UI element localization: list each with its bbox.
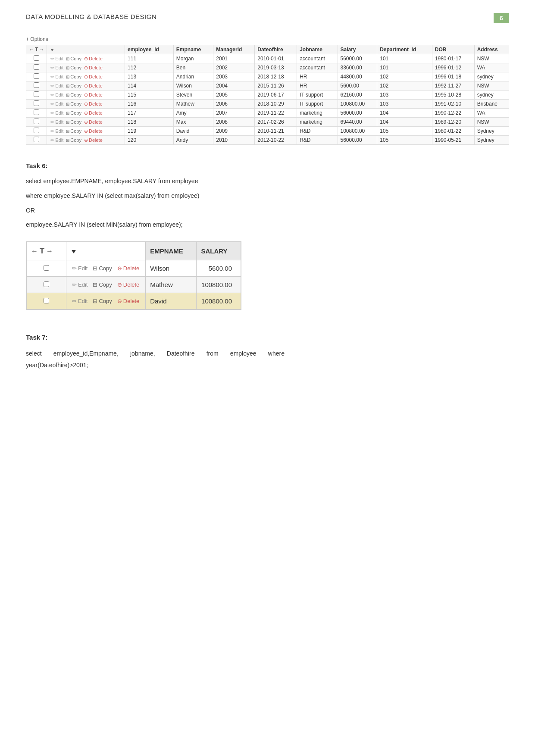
checkbox-input[interactable] — [34, 91, 39, 97]
result-edit-button[interactable]: ✏ Edit — [71, 265, 89, 272]
delete-label[interactable]: Delete — [89, 101, 103, 106]
result-edit-button[interactable]: ✏ Edit — [71, 297, 89, 305]
result-delete-label[interactable]: Delete — [123, 281, 140, 288]
delete-label[interactable]: Delete — [89, 74, 103, 79]
row-checkbox[interactable] — [26, 118, 47, 127]
row-checkbox[interactable] — [26, 136, 47, 145]
delete-label[interactable]: Delete — [89, 119, 103, 125]
delete-button[interactable]: ⊖ Delete — [83, 56, 103, 62]
result-delete-label[interactable]: Delete — [123, 265, 140, 272]
edit-button[interactable]: ✏ Edit — [50, 56, 64, 62]
row-checkbox[interactable] — [26, 100, 47, 109]
checkbox-input[interactable] — [34, 128, 39, 133]
copy-button[interactable]: ⊞ Copy — [65, 137, 82, 143]
result-row-checkbox[interactable] — [27, 260, 66, 277]
copy-label[interactable]: Copy — [70, 101, 81, 106]
copy-label[interactable]: Copy — [70, 128, 81, 134]
result-copy-label[interactable]: Copy — [99, 298, 112, 304]
result-delete-button[interactable]: ⊖ Delete — [116, 281, 141, 288]
row-checkbox[interactable] — [26, 63, 47, 72]
delete-button[interactable]: ⊖ Delete — [83, 119, 103, 125]
edit-button[interactable]: ✏ Edit — [50, 119, 64, 125]
copy-button[interactable]: ⊞ Copy — [65, 74, 82, 80]
copy-label[interactable]: Copy — [70, 56, 81, 61]
edit-label[interactable]: Edit — [55, 56, 63, 61]
edit-label[interactable]: Edit — [55, 92, 63, 97]
checkbox-input[interactable] — [34, 109, 39, 115]
delete-button[interactable]: ⊖ Delete — [83, 92, 103, 98]
copy-label[interactable]: Copy — [70, 65, 81, 70]
copy-label[interactable]: Copy — [70, 83, 81, 88]
delete-label[interactable]: Delete — [89, 137, 103, 143]
copy-label[interactable]: Copy — [70, 74, 81, 79]
edit-button[interactable]: ✏ Edit — [50, 101, 64, 107]
edit-label[interactable]: Edit — [55, 83, 63, 88]
copy-button[interactable]: ⊞ Copy — [65, 56, 82, 62]
edit-label[interactable]: Edit — [55, 110, 63, 116]
delete-button[interactable]: ⊖ Delete — [83, 137, 103, 144]
edit-button[interactable]: ✏ Edit — [50, 110, 64, 116]
result-edit-button[interactable]: ✏ Edit — [71, 281, 89, 288]
row-checkbox[interactable] — [26, 81, 47, 91]
result-edit-label[interactable]: Edit — [78, 281, 88, 288]
result-delete-button[interactable]: ⊖ Delete — [116, 265, 141, 272]
delete-button[interactable]: ⊖ Delete — [83, 110, 103, 116]
row-checkbox[interactable] — [26, 54, 47, 63]
delete-label[interactable]: Delete — [89, 110, 103, 116]
result-edit-label[interactable]: Edit — [78, 298, 88, 304]
copy-label[interactable]: Copy — [70, 110, 81, 116]
edit-button[interactable]: ✏ Edit — [50, 65, 64, 71]
result-checkbox-input[interactable] — [44, 298, 49, 303]
copy-button[interactable]: ⊞ Copy — [65, 101, 82, 107]
copy-button[interactable]: ⊞ Copy — [65, 83, 82, 89]
row-checkbox[interactable] — [26, 127, 47, 136]
copy-button[interactable]: ⊞ Copy — [65, 110, 82, 116]
checkbox-input[interactable] — [34, 119, 39, 124]
edit-button[interactable]: ✏ Edit — [50, 128, 64, 134]
checkbox-input[interactable] — [34, 137, 39, 142]
result-copy-button[interactable]: ⊞ Copy — [91, 297, 113, 305]
nav-arrows[interactable]: ← T → — [29, 47, 44, 53]
delete-button[interactable]: ⊖ Delete — [83, 101, 103, 107]
options-label[interactable]: + Options — [26, 36, 48, 42]
edit-button[interactable]: ✏ Edit — [50, 83, 64, 89]
copy-button[interactable]: ⊞ Copy — [65, 65, 82, 71]
delete-label[interactable]: Delete — [89, 65, 103, 70]
result-checkbox-input[interactable] — [44, 281, 49, 287]
result-delete-label[interactable]: Delete — [123, 298, 140, 304]
copy-button[interactable]: ⊞ Copy — [65, 92, 82, 98]
delete-button[interactable]: ⊖ Delete — [83, 83, 103, 89]
edit-button[interactable]: ✏ Edit — [50, 92, 64, 98]
edit-label[interactable]: Edit — [55, 74, 63, 79]
checkbox-input[interactable] — [34, 55, 39, 61]
result-edit-label[interactable]: Edit — [78, 265, 88, 272]
result-copy-button[interactable]: ⊞ Copy — [91, 281, 113, 288]
delete-button[interactable]: ⊖ Delete — [83, 128, 103, 134]
edit-label[interactable]: Edit — [55, 101, 63, 106]
copy-button[interactable]: ⊞ Copy — [65, 119, 82, 125]
edit-label[interactable]: Edit — [55, 137, 63, 143]
edit-label[interactable]: Edit — [55, 119, 63, 125]
checkbox-input[interactable] — [34, 100, 39, 106]
result-checkbox-input[interactable] — [44, 265, 49, 271]
copy-button[interactable]: ⊞ Copy — [65, 128, 82, 134]
edit-button[interactable]: ✏ Edit — [50, 137, 64, 144]
delete-label[interactable]: Delete — [89, 92, 103, 97]
edit-label[interactable]: Edit — [55, 128, 63, 134]
nav-header[interactable]: ← T → — [31, 247, 53, 256]
result-copy-label[interactable]: Copy — [99, 265, 112, 272]
copy-label[interactable]: Copy — [70, 92, 81, 97]
delete-label[interactable]: Delete — [89, 128, 103, 134]
checkbox-input[interactable] — [34, 73, 39, 79]
row-checkbox[interactable] — [26, 72, 47, 81]
result-copy-label[interactable]: Copy — [99, 281, 112, 288]
result-copy-button[interactable]: ⊞ Copy — [91, 265, 113, 272]
options-bar[interactable]: + Options — [26, 36, 509, 42]
delete-button[interactable]: ⊖ Delete — [83, 74, 103, 80]
copy-label[interactable]: Copy — [70, 119, 81, 125]
delete-label[interactable]: Delete — [89, 83, 103, 88]
delete-button[interactable]: ⊖ Delete — [83, 65, 103, 71]
edit-label[interactable]: Edit — [55, 65, 63, 70]
row-checkbox[interactable] — [26, 109, 47, 118]
copy-label[interactable]: Copy — [70, 137, 81, 143]
